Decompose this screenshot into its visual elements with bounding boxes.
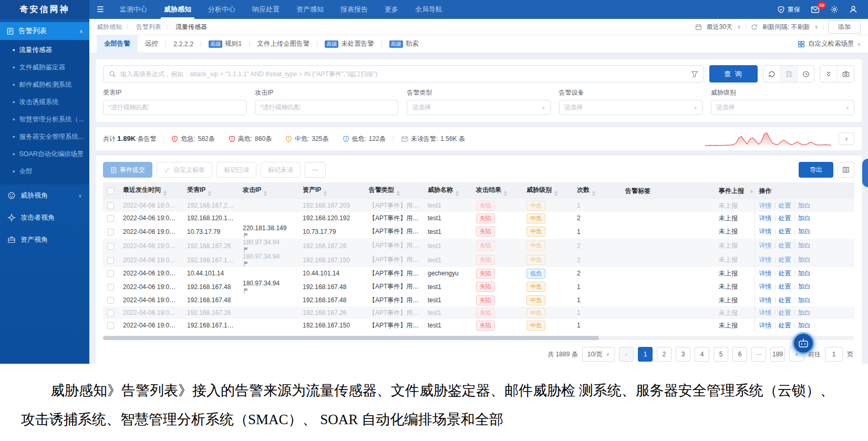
operation-dispose[interactable]: 处置 [779,322,791,329]
scrollbar-thumb[interactable] [103,336,599,340]
operation-details[interactable]: 详情 [759,256,772,263]
tab-item-5[interactable]: 高级未处置告警 [317,35,381,53]
side-drawer-handle[interactable] [862,159,868,187]
operation-dispose[interactable]: 处置 [779,228,791,235]
row-checkbox[interactable] [107,297,114,304]
operation-dispose[interactable]: 处置 [779,202,791,209]
tab-item-6[interactable]: 高级勒索 [382,35,426,53]
advanced-search-box[interactable] [103,65,704,83]
operation-dispose[interactable]: 处置 [779,296,791,304]
hamburger-menu-icon[interactable]: ☰ [89,0,111,19]
operation-details[interactable]: 详情 [759,309,772,316]
event-submit-button[interactable]: 事件提交 [103,162,152,178]
topnav-item-2[interactable]: 分析中心 [200,0,244,19]
snapshot-camera-button[interactable] [837,66,854,82]
chevron-up-icon[interactable]: ∧ [79,28,83,34]
sidebar-view[interactable]: 资产视角 [0,229,89,251]
filter-select[interactable]: 请选择∨ [711,100,854,115]
topnav-item-7[interactable]: 全局导航 [407,0,451,19]
sort-icon[interactable] [163,191,167,196]
topnav-item-3[interactable]: 响应处置 [244,0,288,19]
sidebar-item[interactable]: •服务器安全管理系统... [0,128,89,146]
query-button[interactable]: 查 询 [709,65,758,83]
tab-item-3[interactable]: 高级规则1 [201,35,249,53]
advanced-search-input[interactable] [120,70,687,78]
operation-dispose[interactable]: 处置 [779,283,791,290]
sidebar-view[interactable]: 威胁视角∨ [0,184,89,207]
page-ellipsis-button[interactable]: ··· [751,347,766,362]
tab-item-2[interactable]: 2.2.2.2 [166,35,201,53]
export-button[interactable]: 导出 [799,162,833,178]
page-button-5[interactable]: 5 [714,347,728,362]
refresh-interval-selector[interactable]: 刷新间隔: 不刷新 [762,23,810,32]
operation-whitelist[interactable]: 加白 [798,322,811,329]
row-checkbox[interactable] [107,270,114,277]
page-button-3[interactable]: 3 [676,347,690,362]
settings-gear-button[interactable] [830,5,839,14]
operation-dispose[interactable]: 处置 [779,242,791,249]
operation-dispose[interactable]: 处置 [779,214,791,222]
row-checkbox[interactable] [107,215,114,222]
filter-select[interactable]: 请选择∨ [407,100,550,115]
row-checkbox[interactable] [107,257,114,264]
history-clock-button[interactable] [797,66,814,82]
column-settings-button[interactable] [838,162,854,178]
tab-item-4[interactable]: 文件上传企图告警 [250,35,317,53]
column-header-1[interactable]: 受害IP [183,182,239,199]
column-header-4[interactable]: 告警类型 [365,182,423,199]
row-checkbox[interactable] [107,322,114,329]
operation-whitelist[interactable]: 加白 [798,256,811,263]
operation-details[interactable]: 详情 [759,242,772,249]
operation-whitelist[interactable]: 加白 [798,228,811,235]
column-header-5[interactable]: 威胁名称 [423,182,472,199]
sort-icon[interactable] [504,191,507,196]
topnav-item-5[interactable]: 报表报告 [332,0,376,19]
operation-whitelist[interactable]: 加白 [798,202,811,209]
goto-page-input[interactable] [825,347,843,362]
sidebar-section-alert-list[interactable]: 告警列表 ∧ [0,22,89,40]
breadcrumb-item[interactable]: 流量传感器 [175,23,207,32]
topnav-item-4[interactable]: 资产感知 [288,0,332,19]
sort-icon[interactable] [456,191,459,196]
operation-details[interactable]: 详情 [759,296,772,304]
column-header-7[interactable]: 威胁级别 [522,182,573,199]
zhongbao-button[interactable]: 重保 [777,5,800,14]
operation-details[interactable]: 详情 [759,283,772,290]
notifications-button[interactable]: 69 [811,6,820,14]
operation-whitelist[interactable]: 加白 [798,214,811,222]
operation-whitelist[interactable]: 加白 [798,309,811,316]
sort-icon[interactable] [324,191,327,196]
page-button-4[interactable]: 4 [695,347,709,362]
row-checkbox[interactable] [107,310,114,316]
row-checkbox[interactable] [107,243,114,250]
page-button-189[interactable]: 189 [770,347,785,362]
collapse-column-icon[interactable]: › [750,187,752,195]
breadcrumb-item[interactable]: 告警列表 [136,23,161,32]
sidebar-item[interactable]: •流量传感器 [0,42,89,59]
more-actions-button[interactable]: ··· [305,162,326,178]
operation-details[interactable]: 详情 [759,322,772,329]
add-button[interactable]: 添加 [828,20,861,34]
operation-whitelist[interactable]: 加白 [798,283,811,290]
sort-icon[interactable] [208,191,211,196]
operation-details[interactable]: 详情 [759,202,772,209]
column-header-0[interactable]: 最近发生时间 [119,182,183,199]
filter-select[interactable]: 请选择∨ [559,100,702,115]
page-button-1[interactable]: 1 [638,347,653,362]
operation-dispose[interactable]: 处置 [779,270,791,277]
operation-details[interactable]: 详情 [759,270,772,277]
user-profile-button[interactable] [849,5,857,14]
operation-whitelist[interactable]: 加白 [798,296,811,304]
operation-dispose[interactable]: 处置 [779,309,791,316]
sidebar-item[interactable]: •攻击诱捕系统 [0,94,89,111]
page-button-6[interactable]: 6 [732,347,747,362]
sort-icon[interactable] [592,191,595,196]
operation-details[interactable]: 详情 [759,228,772,235]
sidebar-item[interactable]: •SOAR自动化编排场景 [0,146,89,163]
tab-item-1[interactable]: 远控 [138,35,166,53]
operation-dispose[interactable]: 处置 [779,256,791,263]
sidebar-item[interactable]: •文件威胁鉴定器 [0,59,89,76]
custom-search-scene-button[interactable]: 自定义检索场景 ∨ [798,39,861,48]
collapse-double-chevron-button[interactable] [820,66,837,82]
row-checkbox[interactable] [107,202,114,209]
